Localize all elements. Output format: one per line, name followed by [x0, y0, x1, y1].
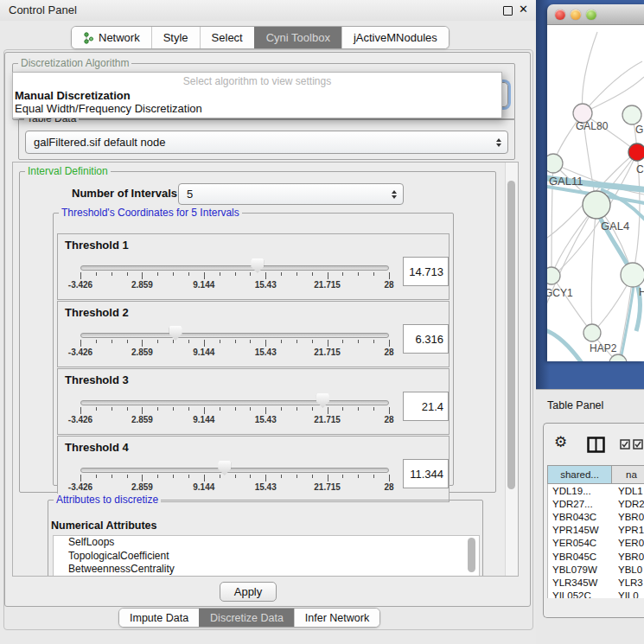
zoom-traffic-light-icon[interactable]: [586, 10, 596, 20]
node-label: GCY1: [547, 287, 573, 299]
tick-label: 2.859: [131, 415, 153, 424]
close-traffic-light-icon[interactable]: [555, 10, 565, 20]
attribute-item[interactable]: TopologicalCoefficient: [54, 550, 479, 564]
column-header-shared-name[interactable]: shared...: [547, 465, 612, 484]
cell-shared-name: YBR045C: [548, 552, 614, 562]
network-node-gal11[interactable]: [547, 154, 563, 173]
slider-track[interactable]: [80, 265, 389, 271]
tick-label: 15.43: [255, 280, 277, 290]
table-row[interactable]: YBR043CYBR0: [548, 510, 644, 523]
minimize-traffic-light-icon[interactable]: [571, 10, 581, 20]
threshold-value-field[interactable]: 14.713: [403, 257, 449, 286]
table-row[interactable]: YER054CYER0: [548, 537, 644, 550]
tab-cyni-toolbox[interactable]: Cyni Toolbox: [254, 27, 341, 48]
number-of-intervals-select[interactable]: 5: [178, 183, 404, 205]
network-edge-highlighted: [547, 329, 586, 361]
tab-jactivemnodules[interactable]: jActiveMNodules: [341, 27, 449, 48]
column-header-name[interactable]: na: [612, 465, 644, 484]
scrollbar-track[interactable]: [505, 163, 518, 576]
table-header-row: shared... na: [547, 465, 644, 484]
threshold-value-field[interactable]: 6.316: [403, 324, 449, 354]
gear-icon[interactable]: ⚙: [554, 435, 567, 450]
tab-label: Network: [99, 31, 140, 44]
node-table: shared... na YDL19...YDL1YDR27...YDR2YBR…: [547, 465, 644, 598]
slider-handle[interactable]: [169, 326, 182, 341]
close-icon[interactable]: ✕: [519, 3, 528, 16]
table-row[interactable]: YDL19...YDL1: [548, 484, 644, 497]
table-row[interactable]: YPR145WYPR1: [548, 524, 644, 537]
checkbox-icon[interactable]: [620, 439, 631, 450]
slider-handle[interactable]: [316, 393, 329, 408]
right-side: GAL80GCGAL11GAL4GCY1HHAP2 Table Panel ⚙: [536, 0, 644, 644]
network-node-h[interactable]: [621, 263, 644, 287]
tick-label: 21.715: [314, 482, 341, 492]
float-window-icon[interactable]: [503, 6, 513, 16]
tab-style[interactable]: Style: [151, 27, 200, 48]
cell-name: YDL1: [614, 486, 644, 496]
control-panel: Control Panel ✕ NetworkStyleSelectCyni T…: [0, 0, 536, 644]
table-row[interactable]: YLR345WYLR3: [548, 576, 644, 589]
slider-track[interactable]: [80, 400, 389, 405]
threshold-value-field[interactable]: 11.344: [403, 459, 449, 488]
tab-label: Select: [212, 31, 243, 44]
network-node-gal4[interactable]: [583, 191, 610, 219]
network-canvas[interactable]: GAL80GCGAL11GAL4GCY1HHAP2: [547, 25, 644, 361]
table-row[interactable]: YBR045CYBR0: [548, 550, 644, 563]
selected-table: galFiltered.sif default node: [26, 136, 165, 149]
list-scrollbar[interactable]: [468, 538, 475, 572]
dropdown-placeholder: Select algorithm to view settings: [13, 73, 501, 89]
slider-track[interactable]: [80, 333, 389, 338]
table-row[interactable]: YIL052CYIL0: [548, 590, 644, 599]
tick-label: -3.426: [68, 482, 92, 492]
tab-select[interactable]: Select: [200, 27, 254, 48]
tab-network[interactable]: Network: [72, 27, 151, 48]
panel-title: Control Panel: [9, 3, 77, 16]
tab-infer-network[interactable]: Infer Network: [294, 609, 379, 627]
attribute-item[interactable]: BetweennessCentrality: [54, 563, 479, 577]
slider-ticks: [80, 407, 389, 415]
dropdown-option-equal-width[interactable]: Equal Width/Frequency Discretization: [13, 102, 501, 115]
slider-ticks: [80, 340, 389, 348]
slider-handle[interactable]: [251, 258, 264, 273]
network-node[interactable]: [609, 354, 627, 361]
group-title: Attributes to discretize: [54, 494, 161, 506]
table-data-select[interactable]: galFiltered.sif default node: [25, 131, 508, 154]
network-node-c[interactable]: [628, 143, 644, 161]
numerical-attributes-list[interactable]: SelfLoopsTopologicalCoefficientBetweenne…: [53, 535, 480, 577]
threshold-value-field[interactable]: 21.4: [403, 392, 449, 421]
cell-name: YBL0: [614, 564, 644, 575]
cell-name: YIL0: [614, 590, 644, 598]
network-node-gcy1[interactable]: [547, 267, 560, 284]
intervals-value: 5: [179, 188, 193, 201]
slider-scale-labels: -3.4262.8599.14415.4321.71528: [80, 415, 389, 425]
slider-handle[interactable]: [218, 461, 231, 475]
tab-discretize-data[interactable]: Discretize Data: [199, 609, 294, 627]
tick-label: 28: [384, 280, 393, 290]
table-row[interactable]: YBL079WYBL0: [548, 563, 644, 576]
top-tab-bar: NetworkStyleSelectCyni ToolboxjActiveMNo…: [71, 26, 450, 49]
cell-name: YLR3: [614, 577, 644, 588]
network-node-hap2[interactable]: [583, 324, 601, 341]
group-title: Discretization Algorithm: [18, 57, 131, 69]
columns-icon[interactable]: [587, 437, 606, 454]
threshold-panel-3: Threshold 3-3.4262.8599.14415.4321.71528…: [57, 368, 450, 435]
network-window-titlebar[interactable]: [547, 4, 644, 25]
combo-arrows-icon: [496, 138, 501, 147]
tab-impute-data[interactable]: Impute Data: [119, 609, 199, 627]
network-edge: [582, 32, 597, 113]
apply-button[interactable]: Apply: [220, 582, 277, 602]
dropdown-option-manual[interactable]: Manual Discretization: [13, 89, 501, 102]
slider-track[interactable]: [80, 468, 389, 473]
tick-label: 28: [384, 482, 393, 492]
network-node-g[interactable]: [622, 105, 641, 124]
cell-shared-name: YBR043C: [548, 512, 614, 522]
tick-label: -3.426: [68, 415, 92, 424]
checkbox-icon[interactable]: [633, 439, 644, 450]
scrollbar-thumb[interactable]: [507, 181, 515, 489]
table-row[interactable]: YDR27...YDR2: [548, 497, 644, 510]
threshold-panel-1: Threshold 1-3.4262.8599.14415.4321.71528…: [57, 233, 450, 300]
interval-definition-group: Interval Definition Number of Intervals …: [19, 171, 496, 493]
node-label: GAL4: [601, 220, 629, 233]
network-graph: GAL80GCGAL11GAL4GCY1HHAP2: [547, 25, 644, 361]
attribute-item[interactable]: SelfLoops: [54, 536, 479, 550]
